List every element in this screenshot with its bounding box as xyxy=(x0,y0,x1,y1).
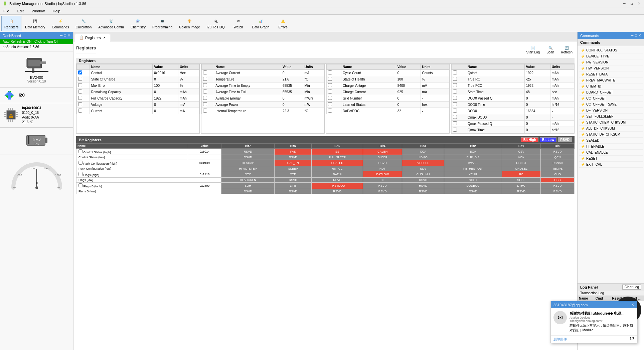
notif-delete[interactable]: 删除邮件 xyxy=(553,337,567,342)
row-check-input[interactable] xyxy=(78,70,82,74)
toolbar-watch[interactable]: 👁 Watch xyxy=(228,16,249,31)
row-checkbox[interactable] xyxy=(202,70,214,76)
toolbar-chemistry[interactable]: ⚗️ Chemistry xyxy=(128,16,149,31)
scan-button[interactable]: 🔍 Scan xyxy=(544,45,556,55)
command-item[interactable]: ⚡ SET_FULLSLEEP xyxy=(579,114,643,120)
row-checkbox[interactable] xyxy=(452,70,466,76)
toolbar-programming[interactable]: 💻 Programming xyxy=(149,16,175,31)
toolbar-i2c-to-hdq[interactable]: 🔌 I2C To HDQ xyxy=(204,16,228,31)
minimize-button[interactable]: ─ xyxy=(622,1,627,6)
row-check-input[interactable] xyxy=(78,83,82,87)
menu-help[interactable]: Help xyxy=(51,8,62,14)
row-check-input[interactable] xyxy=(78,109,82,113)
registers-tab[interactable]: 📋 Registers ✕ xyxy=(75,34,110,41)
row-check-input[interactable] xyxy=(78,102,82,106)
commands-maximize[interactable]: □ xyxy=(635,33,637,38)
row-check-input[interactable] xyxy=(78,90,82,94)
toolbar-data-memory[interactable]: 💾 Data Memory xyxy=(22,16,48,31)
command-item[interactable]: ⚡ SEALED xyxy=(579,138,643,144)
row-check-input[interactable] xyxy=(328,70,332,74)
row-check-input[interactable] xyxy=(203,77,207,81)
row-checkbox[interactable] xyxy=(452,89,466,95)
command-item[interactable]: ⚡ IT_ENABLE xyxy=(579,144,643,150)
row-checkbox[interactable] xyxy=(452,76,466,82)
toolbar-errors[interactable]: ⚠️ Errors xyxy=(273,16,293,31)
command-item[interactable]: ⚡ FW_VERSION xyxy=(579,59,643,65)
row-check-input[interactable] xyxy=(453,128,457,132)
command-item[interactable]: ⚡ RESET xyxy=(579,156,643,162)
start-log-button[interactable]: 📄 Start Log xyxy=(524,45,542,55)
row-check-input[interactable] xyxy=(328,90,332,94)
notif-close[interactable]: ✕ xyxy=(631,303,634,307)
row-checkbox[interactable] xyxy=(452,82,466,89)
row-checkbox[interactable] xyxy=(452,114,466,121)
row-checkbox[interactable] xyxy=(202,102,214,108)
row-check-input[interactable] xyxy=(453,70,457,74)
row-check-input[interactable] xyxy=(453,90,457,94)
command-item[interactable]: ⚡ RESET_DATA xyxy=(579,71,643,77)
command-item[interactable]: ⚡ STATIC_CHEM_CHKSUM xyxy=(579,120,643,126)
command-item[interactable]: ⚡ PREV_MACWRITE xyxy=(579,77,643,83)
row-check-input[interactable] xyxy=(453,115,457,119)
row-checkbox[interactable] xyxy=(452,108,466,114)
row-check-input[interactable] xyxy=(203,109,207,113)
row-checkbox[interactable] xyxy=(327,89,341,95)
row-check-input[interactable] xyxy=(453,96,457,100)
close-button[interactable]: ✕ xyxy=(637,1,641,6)
auto-refresh-banner[interactable]: Auto Refresh is ON - Click to Turn Off xyxy=(0,39,73,44)
row-check-input[interactable] xyxy=(328,102,332,106)
row-check-input[interactable] xyxy=(203,102,207,106)
maximize-button[interactable]: □ xyxy=(629,1,634,6)
row-checkbox[interactable] xyxy=(202,82,214,89)
command-item[interactable]: ⚡ BOARD_OFFSET xyxy=(579,90,643,96)
row-check-input[interactable] xyxy=(203,83,207,87)
toolbar-calibration[interactable]: 🔧 Calibration xyxy=(72,16,95,31)
row-checkbox[interactable] xyxy=(77,70,90,76)
row-checkbox[interactable] xyxy=(327,82,341,89)
row-checkbox[interactable] xyxy=(202,76,214,82)
row-checkbox[interactable] xyxy=(327,108,341,114)
row-checkbox[interactable] xyxy=(77,108,90,114)
row-checkbox[interactable] xyxy=(77,76,90,82)
toolbar-registers[interactable]: 📋 Registers xyxy=(1,16,21,31)
row-checkbox[interactable] xyxy=(77,82,90,89)
row-checkbox[interactable] xyxy=(327,102,341,108)
row-check-input[interactable] xyxy=(328,96,332,100)
menu-window[interactable]: Window xyxy=(30,8,47,14)
dashboard-maximize[interactable]: □ xyxy=(64,33,66,38)
row-check-input[interactable] xyxy=(328,77,332,81)
row-checkbox[interactable] xyxy=(77,102,90,108)
row-check-input[interactable] xyxy=(453,121,457,125)
command-item[interactable]: ⚡ ALL_DF_CHKSUM xyxy=(579,126,643,132)
row-checkbox[interactable] xyxy=(327,70,341,76)
bit-row-check[interactable] xyxy=(78,172,83,176)
row-check-input[interactable] xyxy=(453,109,457,113)
row-checkbox[interactable] xyxy=(327,95,341,102)
row-checkbox[interactable] xyxy=(452,121,466,127)
row-checkbox[interactable] xyxy=(77,89,90,95)
command-item[interactable]: ⚡ CAL_ENABLE xyxy=(579,150,643,156)
command-item[interactable]: ⚡ HW_VERSION xyxy=(579,65,643,71)
row-check-input[interactable] xyxy=(453,83,457,87)
row-check-input[interactable] xyxy=(328,109,332,113)
menu-file[interactable]: File xyxy=(1,8,11,14)
row-checkbox[interactable] xyxy=(452,127,466,133)
menu-edit[interactable]: Edit xyxy=(15,8,26,14)
row-checkbox[interactable] xyxy=(452,102,466,108)
row-check-input[interactable] xyxy=(203,90,207,94)
bit-row-check[interactable] xyxy=(78,161,83,165)
row-checkbox[interactable] xyxy=(202,108,214,114)
dashboard-minimize[interactable]: ─ xyxy=(60,33,63,38)
dashboard-close[interactable]: ✕ xyxy=(67,33,70,38)
row-check-input[interactable] xyxy=(453,102,457,106)
row-check-input[interactable] xyxy=(78,96,82,100)
command-item[interactable]: ⚡ CHEM_ID xyxy=(579,83,643,90)
command-item[interactable]: ⚡ EXIT_CAL xyxy=(579,162,643,168)
command-item[interactable]: ⚡ CC_OFFSET_SAVE xyxy=(579,102,643,108)
toolbar-data-graph[interactable]: 📊 Data Graph xyxy=(249,16,273,31)
toolbar-golden-image[interactable]: 🏆 Golden Image xyxy=(176,16,203,31)
row-check-input[interactable] xyxy=(203,70,207,74)
commands-close[interactable]: ✕ xyxy=(638,33,641,38)
command-item[interactable]: ⚡ CC_OFFSET xyxy=(579,96,643,102)
row-check-input[interactable] xyxy=(203,96,207,100)
